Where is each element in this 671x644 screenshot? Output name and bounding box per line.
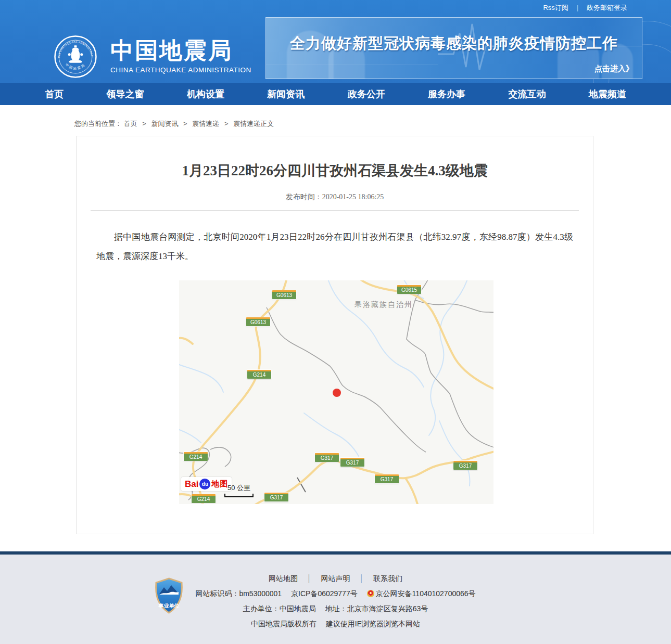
road-badge-g317: G317 [375, 474, 399, 483]
map-scale: 50 公里 [223, 483, 255, 497]
nav-item-services[interactable]: 服务办事 [428, 88, 465, 100]
footer-filing-row: 网站标识码：bm53000001 京ICP备06029777号 京公网安备110… [0, 589, 671, 599]
breadcrumb-quake-express[interactable]: 震情速递 [192, 120, 219, 127]
breadcrumb-current: 震情速递正文 [233, 120, 274, 127]
nav-item-news[interactable]: 新闻资讯 [267, 88, 305, 100]
topbar-separator: | [577, 4, 578, 11]
browser-tip-label: 建议使用IE浏览器浏览本网站 [326, 620, 420, 628]
title-divider [91, 210, 579, 211]
breadcrumb-news[interactable]: 新闻资讯 [151, 120, 178, 127]
cea-seal-logo: CHINA EARTHQUAKE ADMINISTRATION 中国地震局 [54, 35, 97, 79]
road-badge-g0615: G0615 [397, 285, 421, 294]
banner-headline: 全力做好新型冠状病毒感染的肺炎疫情防控工作 [266, 33, 642, 54]
baidu-logo-bai: Bai [185, 479, 198, 490]
site-title-en: CHINA EARTHQUAKE ADMINISTRATION [110, 66, 251, 74]
address-label: 地址：北京市海淀区复兴路63号 [325, 604, 428, 613]
road-badge-g317: G317 [453, 461, 477, 470]
footer-copyright-row: 中国地震局版权所有 建议使用IE浏览器浏览本网站 [0, 620, 671, 629]
breadcrumb-separator: > [224, 120, 229, 127]
footer-contact-link[interactable]: 联系我们 [373, 574, 402, 583]
badge-label: 事业单位 [158, 603, 180, 609]
svg-text:中国地震局: 中国地震局 [65, 62, 86, 70]
footer-link-separator: │ [359, 574, 364, 583]
map-scale-label: 50 公里 [223, 483, 255, 493]
site-header: Rss订阅 | 政务邮箱登录 CHINA EARTHQUAKE ADMINIST… [0, 0, 671, 83]
footer-sitemap-link[interactable]: 网站地图 [269, 574, 298, 583]
gov-mail-login-link[interactable]: 政务邮箱登录 [587, 3, 627, 12]
rss-link[interactable]: Rss订阅 [543, 3, 568, 12]
main-navigation: 首页 领导之窗 机构设置 新闻资讯 政务公开 服务办事 交流互动 地震频道 [0, 83, 671, 105]
nav-item-gov-affairs[interactable]: 政务公开 [348, 88, 385, 100]
publish-time: 发布时间：2020-01-25 18:06:25 [77, 192, 593, 202]
site-code: 网站标识码：bm53000001 [195, 589, 282, 598]
map-region-label: 果洛藏族自治州 [355, 300, 413, 310]
baidu-paw-icon: du [199, 479, 210, 490]
road-badge-g214: G214 [184, 452, 208, 461]
footer-links: 网站地图 │ 网站声明 │ 联系我们 [0, 555, 671, 584]
icp-filing-link[interactable]: 京ICP备06029777号 [291, 589, 358, 598]
banner-enter-link[interactable]: 点击进入》 [594, 64, 634, 74]
site-title: 中国地震局 [110, 38, 251, 62]
road-badge-g317: G317 [340, 458, 364, 467]
road-badge-g0613: G0613 [246, 317, 270, 326]
utility-bar: Rss订阅 | 政务邮箱登录 [0, 0, 671, 16]
article-card: 1月23日22时26分四川甘孜州石渠县发生4.3级地震 发布时间：2020-01… [76, 136, 593, 534]
breadcrumb-separator: > [142, 120, 146, 127]
road-badge-g214: G214 [247, 370, 271, 379]
seal-text-zh: 中国地震局 [65, 62, 86, 70]
public-security-badge-icon [367, 590, 374, 597]
footer-statement-link[interactable]: 网站声明 [321, 574, 350, 583]
breadcrumb-home[interactable]: 首页 [124, 120, 137, 127]
seismoscope-icon [68, 45, 83, 63]
nav-item-organization[interactable]: 机构设置 [187, 88, 224, 100]
map-scale-bar [224, 494, 254, 497]
article-body: 据中国地震台网测定，北京时间2020年1月23日22时26分在四川甘孜州石渠县（… [96, 227, 573, 266]
covid-campaign-banner[interactable]: 全力做好新型冠状病毒感染的肺炎疫情防控工作 点击进入》 [265, 17, 642, 79]
article-title: 1月23日22时26分四川甘孜州石渠县发生4.3级地震 [77, 161, 593, 180]
nav-item-leadership[interactable]: 领导之窗 [107, 88, 144, 100]
copyright-label: 中国地震局版权所有 [251, 620, 316, 628]
epicenter-dot [333, 389, 341, 397]
road-badge-g317: G317 [264, 493, 288, 501]
nav-item-interaction[interactable]: 交流互动 [508, 88, 546, 100]
road-badge-g317: G317 [315, 453, 339, 462]
masthead: CHINA EARTHQUAKE ADMINISTRATION 中国地震局 中国… [0, 16, 671, 83]
nav-item-earthquake-channel[interactable]: 地震频道 [589, 88, 626, 100]
map-canvas [179, 280, 493, 504]
road-badge-g0613: G0613 [272, 290, 296, 299]
footer-organizer-row: 主办单位：中国地震局 地址：北京市海淀区复兴路63号 [0, 604, 671, 614]
institution-badge: 事业单位 [154, 577, 184, 614]
breadcrumb-separator: > [183, 120, 187, 127]
footer-link-separator: │ [307, 574, 312, 583]
road-badge-g214: G214 [192, 494, 216, 503]
nav-item-home[interactable]: 首页 [45, 88, 64, 100]
psb-filing-link[interactable]: 京公网安备11040102700066号 [376, 589, 476, 598]
page-footer: 事业单位 网站地图 │ 网站声明 │ 联系我们 网站标识码：bm53000001… [0, 555, 671, 644]
epicenter-map: 果洛藏族自治州 G0613 G0615 G0613 G214 G214 G214… [179, 280, 493, 504]
breadcrumb-prefix: 您的当前位置： [74, 120, 122, 127]
organizer-label: 主办单位：中国地震局 [243, 604, 316, 613]
page-main: 您的当前位置： 首页 > 新闻资讯 > 震情速递 > 震情速递正文 1月23日2… [0, 105, 671, 551]
site-brand: 中国地震局 CHINA EARTHQUAKE ADMINISTRATION [110, 38, 251, 74]
breadcrumb: 您的当前位置： 首页 > 新闻资讯 > 震情速递 > 震情速递正文 [74, 105, 671, 128]
